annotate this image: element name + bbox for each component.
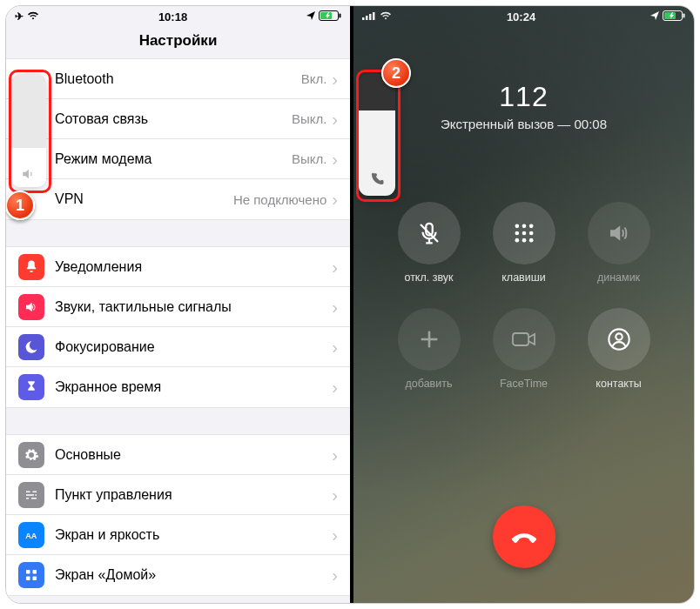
speaker-icon [606, 220, 632, 246]
wifi-icon [380, 10, 392, 23]
status-bar: 10:24 [353, 6, 694, 27]
location-icon [306, 10, 315, 23]
svg-rect-12 [663, 10, 683, 20]
battery-icon [663, 10, 685, 23]
row-vpn[interactable]: VPN Не подключено › [6, 179, 350, 219]
airplane-icon: ✈︎ [15, 10, 24, 23]
svg-rect-5 [33, 570, 37, 574]
volume-hud [11, 74, 46, 187]
row-sounds[interactable]: Звуки, тактильные сигналы › [6, 287, 350, 327]
signal-icon [362, 10, 376, 23]
svg-point-21 [522, 231, 526, 236]
settings-group-connectivity: Bluetooth Вкл. › Сотовая связь Выкл. › Р… [6, 58, 350, 220]
svg-rect-28 [513, 333, 528, 345]
mute-button[interactable]: откл. звук [381, 202, 476, 284]
chevron-right-icon: › [332, 298, 338, 316]
row-screentime[interactable]: Экранное время › [6, 367, 350, 407]
phone-right-call: 10:24 112 Экстренный вызов — 00:08 откл.… [350, 6, 694, 603]
svg-rect-7 [33, 577, 37, 581]
settings-group-sounds: Уведомления › Звуки, тактильные сигналы … [6, 246, 350, 408]
button-label: откл. звук [404, 271, 453, 284]
bell-icon [18, 254, 44, 280]
row-label: Экран «Домой» [55, 567, 332, 583]
row-label: Bluetooth [55, 71, 301, 87]
text-size-icon: AA [18, 522, 44, 548]
svg-rect-8 [362, 17, 365, 20]
status-right [306, 10, 341, 23]
facetime-button[interactable]: FaceTime [476, 308, 571, 390]
status-time: 10:18 [39, 10, 306, 23]
row-value: Не подключено [233, 192, 326, 207]
gear-icon [18, 442, 44, 468]
button-label: динамик [597, 271, 640, 284]
battery-icon [319, 10, 341, 23]
contacts-button[interactable]: контакты [571, 308, 666, 390]
svg-rect-2 [340, 13, 341, 17]
row-home-screen[interactable]: Экран «Домой» › [6, 555, 350, 595]
button-label: контакты [596, 378, 641, 390]
status-left: ✈︎ [15, 10, 39, 23]
sliders-icon [18, 482, 44, 508]
row-label: Пункт управления [55, 487, 332, 503]
row-label: Режим модема [55, 151, 292, 167]
end-call-button[interactable] [493, 505, 555, 568]
speaker-muted-icon [21, 168, 37, 180]
keypad-button[interactable]: клавиши [476, 202, 571, 284]
screenshot-frame: ✈︎ 10:18 Настройки Bluetooth Вкл. [5, 5, 695, 604]
svg-rect-4 [26, 570, 30, 574]
location-icon [650, 10, 659, 23]
row-control-center[interactable]: Пункт управления › [6, 475, 350, 515]
phone-icon [369, 171, 385, 187]
button-label: добавить [406, 378, 453, 390]
row-notifications[interactable]: Уведомления › [6, 247, 350, 287]
chevron-right-icon: › [332, 110, 338, 128]
svg-point-19 [528, 224, 533, 229]
chevron-right-icon: › [332, 378, 338, 396]
speaker-button[interactable]: динамик [571, 202, 666, 284]
call-number: 112 [353, 81, 694, 113]
svg-text:AA: AA [25, 531, 37, 539]
row-label: Экранное время [55, 379, 332, 395]
row-general[interactable]: Основные › [6, 435, 350, 475]
row-display[interactable]: AA Экран и яркость › [6, 515, 350, 555]
status-left [362, 10, 392, 23]
svg-rect-14 [683, 13, 685, 17]
svg-rect-1 [320, 12, 332, 19]
row-cellular[interactable]: Сотовая связь Выкл. › [6, 99, 350, 139]
chevron-right-icon: › [332, 70, 338, 88]
svg-point-18 [522, 224, 526, 229]
row-label: Звуки, тактильные сигналы [55, 299, 332, 315]
svg-point-22 [528, 231, 533, 236]
row-hotspot[interactable]: Режим модема Выкл. › [6, 139, 350, 179]
chevron-right-icon: › [332, 338, 338, 356]
row-focus[interactable]: Фокусирование › [6, 327, 350, 367]
row-label: Основные [55, 447, 332, 463]
chevron-right-icon: › [332, 191, 338, 208]
hourglass-icon [18, 374, 44, 400]
plus-icon [417, 327, 441, 351]
row-label: VPN [55, 191, 233, 207]
page-title: Настройки [6, 27, 350, 58]
svg-point-25 [528, 238, 533, 243]
svg-rect-13 [664, 12, 676, 19]
button-label: клавиши [501, 271, 546, 284]
chevron-right-icon: › [332, 151, 338, 168]
row-value: Вкл. [301, 71, 327, 86]
add-call-button[interactable]: добавить [381, 308, 476, 390]
status-right [650, 10, 685, 23]
svg-point-30 [616, 333, 622, 339]
call-subtitle: Экстренный вызов — 00:08 [353, 117, 694, 131]
svg-point-24 [522, 238, 526, 243]
row-label: Фокусирование [55, 339, 332, 355]
row-bluetooth[interactable]: Bluetooth Вкл. › [6, 59, 350, 99]
chevron-right-icon: › [332, 486, 338, 504]
chevron-right-icon: › [332, 446, 338, 464]
button-label: FaceTime [500, 378, 548, 390]
annotation-badge-2: 2 [381, 58, 411, 88]
svg-point-23 [515, 238, 519, 243]
status-bar: ✈︎ 10:18 [6, 6, 350, 27]
row-value: Выкл. [292, 151, 326, 166]
moon-icon [18, 334, 44, 360]
volume-hud [359, 74, 395, 196]
row-label: Уведомления [55, 259, 332, 275]
